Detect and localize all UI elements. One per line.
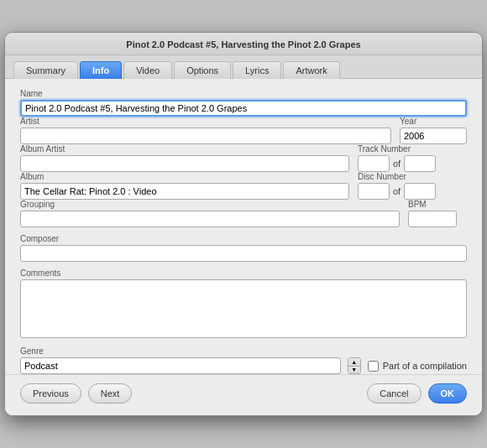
composer-label: Composer xyxy=(20,234,467,243)
left-buttons: Previous Next xyxy=(20,383,132,404)
album-artist-col: Album Artist xyxy=(20,144,349,172)
album-artist-input[interactable] xyxy=(20,155,349,172)
artist-label: Artist xyxy=(20,117,391,126)
disc-number-group: of xyxy=(358,183,450,200)
genre-label: Genre xyxy=(20,346,467,356)
track-of-label: of xyxy=(393,159,401,169)
album-disc-row: Album Disc Number of xyxy=(20,172,467,200)
tab-lyrics[interactable]: Lyrics xyxy=(233,61,281,79)
compilation-checkbox[interactable] xyxy=(368,361,379,372)
composer-input[interactable] xyxy=(20,245,467,262)
disc-number-input[interactable] xyxy=(358,183,390,200)
comments-label: Comments xyxy=(20,268,467,278)
stepper-down-button[interactable]: ▼ xyxy=(348,367,360,374)
artist-input[interactable] xyxy=(20,128,391,144)
cancel-button[interactable]: Cancel xyxy=(367,383,421,404)
bpm-col: BPM xyxy=(408,200,467,227)
genre-input[interactable] xyxy=(20,357,341,374)
grouping-input[interactable] xyxy=(20,211,400,227)
right-buttons: Cancel OK xyxy=(367,383,467,404)
compilation-label[interactable]: Part of a compilation xyxy=(368,361,467,372)
ok-button[interactable]: OK xyxy=(428,383,468,404)
track-of-input[interactable] xyxy=(404,155,436,172)
album-artist-track-row: Album Artist Track Number of xyxy=(20,144,467,172)
genre-row: ▲ ▼ Part of a compilation xyxy=(20,357,467,374)
disc-number-label: Disc Number xyxy=(358,172,467,181)
grouping-col: Grouping xyxy=(20,200,400,227)
track-col: Track Number of xyxy=(358,144,467,172)
year-input[interactable] xyxy=(400,128,467,144)
comments-textarea[interactable] xyxy=(20,279,467,338)
tab-info[interactable]: Info xyxy=(80,61,122,79)
track-number-group: of xyxy=(358,155,450,172)
track-number-input[interactable] xyxy=(358,155,390,172)
bpm-input[interactable] xyxy=(408,211,457,227)
previous-button[interactable]: Previous xyxy=(20,383,81,404)
genre-stepper[interactable]: ▲ ▼ xyxy=(348,357,361,374)
window-title: Pinot 2.0 Podcast #5, Harvesting the Pin… xyxy=(126,39,360,49)
track-number-label: Track Number xyxy=(358,144,467,154)
tab-summary[interactable]: Summary xyxy=(13,61,78,79)
disc-of-label: of xyxy=(393,186,401,196)
title-bar: Pinot 2.0 Podcast #5, Harvesting the Pin… xyxy=(5,33,482,55)
year-label: Year xyxy=(400,117,467,126)
tab-bar: Summary Info Video Options Lyrics Artwor… xyxy=(5,55,482,79)
year-col: Year xyxy=(400,117,467,144)
artist-year-row: Artist Year xyxy=(20,117,467,144)
grouping-label: Grouping xyxy=(20,200,400,209)
tab-video[interactable]: Video xyxy=(123,61,172,79)
artist-col: Artist xyxy=(20,117,391,144)
name-input[interactable] xyxy=(20,100,467,117)
bpm-label: BPM xyxy=(408,200,467,209)
next-button[interactable]: Next xyxy=(88,383,133,404)
grouping-bpm-row: Grouping BPM xyxy=(20,200,467,227)
button-bar: Previous Next Cancel OK xyxy=(5,374,482,415)
disc-of-input[interactable] xyxy=(404,183,436,200)
stepper-up-button[interactable]: ▲ xyxy=(348,358,360,367)
content-area: Name Artist Year Album Artist Track Numb… xyxy=(5,79,482,374)
album-label: Album xyxy=(20,172,349,181)
name-label: Name xyxy=(20,89,467,98)
album-col: Album xyxy=(20,172,349,200)
album-input[interactable] xyxy=(20,183,349,200)
dialog-window: Pinot 2.0 Podcast #5, Harvesting the Pin… xyxy=(4,32,483,416)
tab-artwork[interactable]: Artwork xyxy=(283,61,339,79)
disc-col: Disc Number of xyxy=(358,172,467,200)
tab-options[interactable]: Options xyxy=(174,61,231,79)
album-artist-label: Album Artist xyxy=(20,144,349,154)
